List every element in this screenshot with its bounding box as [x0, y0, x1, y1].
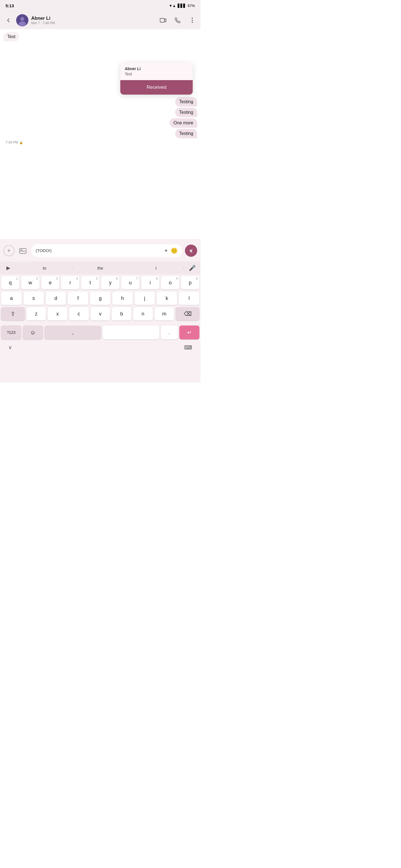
message-text-field[interactable]: (TODO!) ✦ 🙂 — [31, 244, 182, 257]
key-q[interactable]: q1 — [1, 276, 20, 289]
key-j[interactable]: j — [135, 291, 155, 305]
header-actions: ⋮ — [158, 15, 197, 25]
key-w[interactable]: w2 — [21, 276, 39, 289]
key-g[interactable]: g — [90, 291, 111, 305]
key-y[interactable]: y6 — [101, 276, 119, 289]
key-c[interactable]: c — [69, 307, 89, 320]
suggestion-i[interactable]: I — [128, 266, 184, 271]
key-f[interactable]: f — [68, 291, 88, 305]
bubble-sent-2[interactable]: Testing — [175, 108, 197, 117]
keyboard-collapse-button[interactable]: ∨ — [8, 344, 12, 350]
signal-icon: ▋▋▋ — [178, 4, 186, 8]
sent-message-3: One more — [3, 118, 197, 128]
key-u[interactable]: u7 — [121, 276, 140, 289]
svg-rect-6 — [191, 251, 191, 253]
emoji-key[interactable]: ☺ — [23, 326, 43, 339]
add-icon: + — [7, 247, 11, 254]
numbers-key[interactable]: ?123 — [1, 326, 21, 339]
timestamp-value: 7:49 PM — [6, 141, 18, 145]
key-h[interactable]: h — [112, 291, 133, 305]
phone-call-button[interactable] — [173, 15, 183, 25]
context-menu-info: Abner Li Test — [120, 63, 193, 80]
sparkle-button[interactable]: ✦ — [164, 247, 169, 254]
key-t[interactable]: t5 — [81, 276, 99, 289]
sent-messages-group: Testing Testing One more Testing 7:49 PM… — [3, 97, 197, 145]
svg-point-1 — [20, 17, 24, 21]
contact-name[interactable]: Abner Li — [31, 16, 155, 21]
chat-area: Test Abner Li Test Received Testing Test… — [0, 29, 200, 239]
header-subtitle: Mar 7 · 7:48 PM — [31, 21, 155, 25]
sent-message-4: Testing — [3, 129, 197, 138]
wifi-icon: ▼▲ — [169, 4, 176, 8]
bubble-sent-1[interactable]: Testing — [175, 97, 197, 106]
header-info: Abner Li Mar 7 · 7:48 PM — [31, 16, 155, 25]
gallery-button[interactable] — [17, 245, 28, 256]
suggestion-the[interactable]: the — [73, 266, 128, 271]
bubble-sent-4[interactable]: Testing — [175, 129, 197, 138]
keyboard-row-2: a s d f g h j k l — [1, 291, 199, 305]
key-p[interactable]: p0 — [181, 276, 199, 289]
context-menu-message-text: Test — [125, 72, 188, 76]
key-a[interactable]: a — [1, 291, 22, 305]
more-icon: ⋮ — [189, 17, 195, 24]
key-k[interactable]: k — [156, 291, 177, 305]
space-key[interactable] — [103, 326, 159, 339]
status-bar: 5:13 ▼▲ ▋▋▋ 67% — [0, 0, 200, 11]
microphone-button[interactable]: 🎤 — [184, 261, 200, 274]
key-i[interactable]: i8 — [141, 276, 160, 289]
chat-header: Abner Li Mar 7 · 7:48 PM ⋮ — [0, 11, 200, 29]
status-icons: ▼▲ ▋▋▋ 67% — [169, 4, 195, 8]
battery-icon: 67% — [188, 4, 195, 8]
avatar[interactable] — [16, 14, 28, 26]
key-r[interactable]: r4 — [61, 276, 79, 289]
key-v[interactable]: v — [90, 307, 110, 320]
sent-message-2: Testing — [3, 108, 197, 117]
message-received-test: Test — [3, 32, 197, 41]
context-menu: Abner Li Test Received — [120, 63, 193, 95]
video-call-button[interactable] — [158, 15, 168, 25]
received-action-button[interactable]: Received — [120, 80, 193, 95]
add-attachment-button[interactable]: + — [3, 245, 15, 256]
key-b[interactable]: b — [112, 307, 132, 320]
keyboard-row-3: ⇧ z x c v b n m ⌫ — [1, 307, 199, 320]
back-button[interactable] — [3, 15, 13, 25]
send-button[interactable] — [185, 245, 197, 257]
keyboard-suggestions-bar: ▶ to the I 🎤 — [0, 261, 200, 274]
key-n[interactable]: n — [133, 307, 153, 320]
bubble-received-test[interactable]: Test — [3, 32, 19, 41]
key-d[interactable]: d — [46, 291, 66, 305]
key-m[interactable]: m — [154, 307, 174, 320]
key-l[interactable]: l — [179, 291, 199, 305]
enter-key[interactable]: ↵ — [179, 326, 199, 339]
status-time: 5:13 — [6, 3, 14, 8]
suggestion-to[interactable]: to — [17, 266, 73, 271]
keyboard-switcher-button[interactable]: ⌨ — [184, 344, 192, 351]
sent-message-1: Testing — [3, 97, 197, 106]
message-input-area: + (TODO!) ✦ 🙂 — [0, 239, 200, 261]
suggestion-expand-button[interactable]: ▶ — [0, 261, 17, 274]
keyboard-bottom-row: ?123 ☺ , . ↵ — [0, 324, 200, 341]
bubble-sent-3[interactable]: One more — [170, 118, 197, 128]
keyboard-row-1: q1 w2 e3 r4 t5 y6 u7 i8 o9 p0 — [1, 276, 199, 289]
key-o[interactable]: o9 — [161, 276, 179, 289]
more-options-button[interactable]: ⋮ — [187, 15, 197, 25]
keyboard-nav-bar: ∨ ⌨ — [0, 341, 200, 354]
key-e[interactable]: e3 — [41, 276, 60, 289]
key-s[interactable]: s — [23, 291, 44, 305]
key-z[interactable]: z — [26, 307, 46, 320]
keyboard: ▶ to the I 🎤 q1 w2 e3 r4 t5 y6 u7 i8 o9 … — [0, 261, 200, 382]
key-x[interactable]: x — [48, 307, 67, 320]
emoji-button[interactable]: 🙂 — [171, 247, 178, 254]
period-key[interactable]: . — [161, 326, 178, 339]
message-input-text: (TODO!) — [36, 248, 162, 253]
keyboard-keys: q1 w2 e3 r4 t5 y6 u7 i8 o9 p0 a s d f g … — [0, 274, 200, 324]
svg-point-2 — [19, 22, 26, 26]
comma-key[interactable]: , — [45, 326, 101, 339]
message-timestamp: 7:49 PM 🔒 — [3, 140, 197, 145]
shift-key[interactable]: ⇧ — [1, 307, 25, 320]
svg-rect-3 — [160, 18, 164, 22]
backspace-key[interactable]: ⌫ — [176, 307, 199, 320]
context-menu-sender: Abner Li — [125, 66, 188, 71]
lock-icon: 🔒 — [19, 141, 23, 145]
